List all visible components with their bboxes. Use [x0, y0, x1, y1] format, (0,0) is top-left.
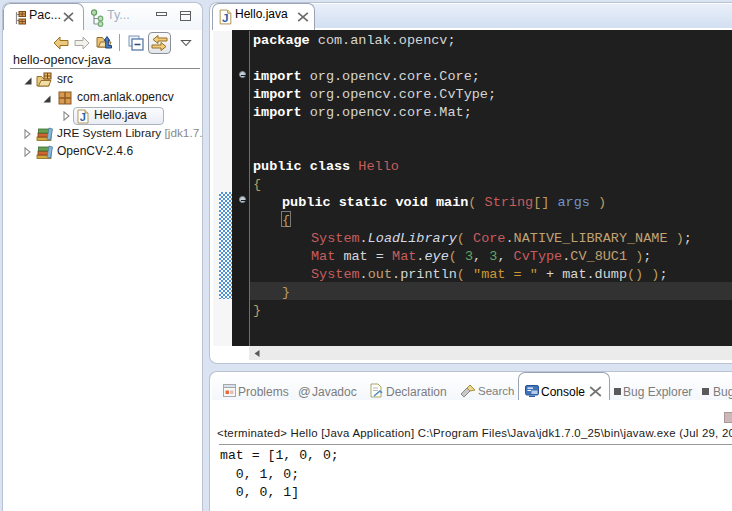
svg-text:J: J	[80, 111, 86, 123]
svg-text:J: J	[222, 11, 229, 24]
